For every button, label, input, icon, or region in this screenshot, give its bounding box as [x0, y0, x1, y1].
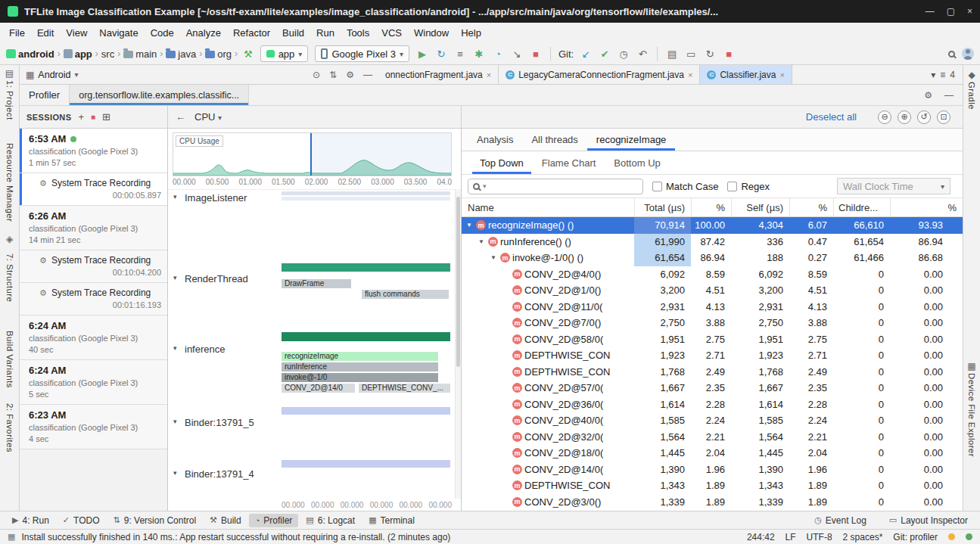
trace-event-bar[interactable]: DEPTHWISE_CONV_... [359, 384, 450, 393]
editor-tab[interactable]: C LegacyCameraConnectionFragment.java × [499, 65, 700, 84]
split-panel-icon[interactable]: ⊞ [102, 111, 110, 123]
stop-all-icon[interactable]: ■ [720, 45, 737, 62]
hide-panel-icon[interactable]: — [363, 70, 372, 80]
trace-event-bar[interactable]: flush commands [362, 290, 449, 299]
breadcrumb-main[interactable]: main [135, 48, 157, 60]
collapse-all-icon[interactable]: ⇅ [329, 70, 337, 80]
collapse-arrow-icon[interactable]: ▾ [173, 469, 177, 477]
search-everywhere-icon[interactable] [943, 45, 960, 62]
menu-item[interactable]: Code [145, 25, 180, 41]
menu-item[interactable]: Analyze [180, 25, 227, 41]
table-row[interactable]: ▼ m CONV_2D@14/0( 1,390 1.96 1,390 1.96 … [462, 462, 963, 478]
column-name[interactable]: Name [462, 198, 634, 216]
table-row[interactable]: ▼ m runInference() () 61,990 87.42 336 0… [462, 234, 963, 250]
collapse-arrow-icon[interactable]: ▾ [173, 344, 177, 352]
thread-row-renderthread[interactable]: ▾ RenderThread DrawFrame flush commands [168, 263, 455, 332]
avatar[interactable] [962, 48, 974, 60]
menu-item[interactable]: View [60, 25, 93, 41]
thread-row-imagelistener[interactable]: ▾ ImageListener [168, 190, 455, 263]
hidden-tab-count[interactable]: 4 [950, 70, 955, 80]
session-item[interactable]: 6:24 AM classification (Google Pixel 3) … [20, 316, 167, 360]
sidebar-item-gradle[interactable]: Gradle [967, 80, 976, 111]
run-icon[interactable]: ▶ [414, 45, 431, 62]
table-row[interactable]: ▼ m CONV_2D@4/0() 6,092 8.59 6,092 8.59 … [462, 266, 963, 283]
stop-icon[interactable]: ■ [527, 45, 544, 62]
trace-event-bar[interactable]: invoke@-1/0 [282, 373, 438, 382]
expand-arrow-icon[interactable]: ▼ [477, 238, 486, 245]
table-row[interactable]: ▼ m CONV_2D@58/0( 1,951 2.75 1,951 2.75 … [462, 331, 963, 348]
search-input[interactable] [490, 180, 638, 192]
locate-file-icon[interactable]: ⊙ [313, 70, 320, 80]
column-self-pct[interactable]: % [789, 198, 833, 216]
vertical-scrollbar[interactable] [455, 189, 461, 499]
add-session-icon[interactable]: + [78, 111, 84, 123]
tool-stripe-icon[interactable]: ◈ [6, 234, 13, 244]
sidebar-item-project[interactable]: 1: Project [5, 79, 14, 122]
status-item[interactable]: UTF-8 [807, 532, 832, 542]
sidebar-item-structure[interactable]: 7: Structure [5, 252, 14, 303]
session-item[interactable]: 00:00:05.897 ⚙ System Trace Recording 00… [20, 173, 167, 206]
tab-recognizeimage[interactable]: recognizeImage [587, 129, 676, 151]
run-config-select[interactable]: app ▾ [260, 45, 309, 62]
menu-item[interactable]: Window [408, 25, 455, 41]
sync-project-icon[interactable]: ↻ [702, 45, 718, 62]
toolwindow-terminal[interactable]: ▦ Terminal [362, 514, 421, 527]
zoom-out-icon[interactable]: ⊖ [878, 110, 891, 124]
clock-type-select[interactable]: Wall Clock Time ▾ [837, 178, 950, 194]
apply-changes-icon[interactable]: ↻ [433, 45, 450, 62]
minimize-icon[interactable]: — [926, 6, 935, 17]
collapse-arrow-icon[interactable]: ▾ [173, 418, 177, 425]
breadcrumb-java[interactable]: java [178, 48, 196, 60]
close-icon[interactable]: × [688, 70, 692, 79]
layout-inspector-icon[interactable]: ▭ [683, 45, 699, 62]
apply-code-changes-icon[interactable]: ≡ [452, 45, 468, 62]
session-item[interactable]: 00:01:16.193 ⚙ System Trace Recording 00… [20, 283, 167, 316]
deselect-all-link[interactable]: Deselect all [806, 111, 857, 123]
menu-item[interactable]: Build [276, 25, 310, 41]
close-icon[interactable]: × [779, 70, 784, 79]
table-row[interactable]: ▼ m CONV_2D@18/0( 1,445 2.04 1,445 2.04 … [462, 445, 963, 462]
hidden-tabs-icon[interactable]: ▾ [931, 70, 935, 80]
table-row[interactable]: ▼ m CONV_2D@3/0() 1,339 1.89 1,339 1.89 … [462, 494, 963, 511]
column-self[interactable]: Self (µs) [731, 198, 789, 216]
sidebar-item-build-variants[interactable]: Build Variants [5, 329, 14, 390]
trace-event-bar[interactable]: CONV_2D@14/0 [282, 384, 355, 393]
breadcrumb-app[interactable]: app [75, 48, 92, 60]
table-row[interactable]: ▼ m CONV_2D@11/0( 2,931 4.13 2,931 4.13 … [462, 299, 963, 316]
checkbox-icon[interactable] [727, 182, 737, 191]
device-manager-icon[interactable]: ▤ [664, 45, 680, 62]
table-row[interactable]: ▼ m DEPTHWISE_CON 1,343 1.89 1,343 1.89 … [462, 477, 963, 494]
table-row[interactable]: ▼ m DEPTHWISE_CON 1,768 2.49 1,768 2.49 … [462, 364, 963, 381]
menu-item[interactable]: Run [310, 25, 341, 41]
rollback-icon[interactable]: ↶ [634, 45, 651, 62]
menu-item[interactable]: Refactor [227, 25, 276, 41]
close-icon[interactable]: × [967, 6, 972, 17]
gradle-icon[interactable]: ◆ [968, 70, 975, 80]
column-total-pct[interactable]: % [691, 198, 731, 216]
table-row[interactable]: ▼ m CONV_2D@32/0( 1,564 2.21 1,564 2.21 … [462, 429, 963, 446]
collapse-arrow-icon[interactable]: ▾ [173, 274, 177, 281]
toolwindow-layout-inspector[interactable]: ▭ Layout Inspector [883, 514, 974, 527]
table-row[interactable]: ▼ m CONV_2D@7/0() 2,750 3.88 2,750 3.88 … [462, 315, 963, 331]
toolwindow-profiler[interactable]: ◔ Profiler [249, 514, 299, 527]
status-item[interactable]: Git: profiler [893, 532, 938, 542]
update-project-icon[interactable]: ↙ [577, 45, 594, 62]
back-to-live-icon[interactable]: ← [176, 111, 185, 123]
status-item[interactable]: 244:42 [747, 532, 775, 542]
reset-zoom-icon[interactable]: ↺ [917, 110, 931, 124]
menu-item[interactable]: Help [455, 25, 487, 41]
table-row[interactable]: ▼ m CONV_2D@57/0( 1,667 2.35 1,667 2.35 … [462, 380, 963, 396]
tab-list-icon[interactable]: ≡ [940, 70, 945, 80]
expand-arrow-icon[interactable]: ▼ [465, 222, 474, 228]
wrench-icon[interactable]: ⚒ [241, 48, 256, 60]
checkbox-icon[interactable] [652, 182, 662, 191]
session-item[interactable]: 6:23 AM classification (Google Pixel 3) … [20, 405, 167, 449]
tab-analysis[interactable]: Analysis [468, 129, 522, 151]
sidebar-item-favorites[interactable]: 2: Favorites [5, 402, 14, 454]
session-item[interactable]: 00:10:04.200 ⚙ System Trace Recording 00… [20, 250, 167, 283]
toolwindow-build[interactable]: ⚒ Build [204, 514, 247, 527]
gear-icon[interactable]: ⚙ [924, 90, 932, 101]
project-view-select[interactable]: ▦ Android ▾ [26, 70, 78, 80]
expand-arrow-icon[interactable]: ▼ [489, 254, 498, 261]
editor-tab-selected[interactable]: C Classifier.java × [700, 65, 792, 84]
